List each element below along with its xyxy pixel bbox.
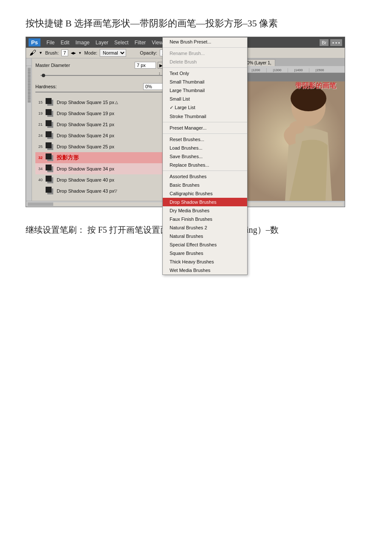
brush-item-15[interactable]: 15 Drop Shadow Square 15 px △ (35, 97, 164, 108)
dropdown-save[interactable]: Save Brushes... (163, 152, 247, 161)
brush-tool-icon[interactable]: 🖌 (29, 49, 36, 57)
diameter-slider-line (40, 75, 163, 76)
dropdown-large-thumb[interactable]: Large Thumbnail (163, 86, 247, 95)
dropdown-assorted[interactable]: Assorted Brushes (163, 172, 247, 181)
brush-name-24: Drop Shadow Square 24 px (57, 133, 114, 138)
brush-name-19: Drop Shadow Square 19 px (57, 111, 114, 116)
size-21: 21 (37, 122, 44, 127)
brush-item-40[interactable]: 40 Drop Shadow Square 40 px (35, 174, 164, 185)
size-25: 25 (37, 145, 44, 149)
brush-item-25[interactable]: 25 Drop Shadow Square 25 px (35, 141, 164, 152)
brush-item-21[interactable]: 21 Drop Shadow Square 21 px (35, 119, 164, 130)
divider-2 (163, 67, 247, 68)
dropdown-square[interactable]: Square Brushes (163, 249, 247, 257)
brush-icon-43 (46, 187, 54, 195)
dropdown-basic[interactable]: Basic Brushes (163, 181, 247, 189)
canvas-label-cn: 带阴影的画笔 (295, 81, 336, 90)
hardness-slider-line (35, 92, 164, 92)
opacity-label: Opacity: (140, 50, 157, 55)
dropdown-calligraphic[interactable]: Calligraphic Brushes (163, 189, 247, 198)
brush-item-43[interactable]: Drop Shadow Square 43 px ▽ (35, 185, 164, 197)
ruler-1300: |1300 (266, 68, 288, 72)
mode-select[interactable]: Normal (100, 49, 126, 57)
dropdown-preset-manager[interactable]: Preset Manager... (163, 124, 247, 132)
dropdown-load[interactable]: Load Brushes... (163, 144, 247, 152)
dropdown-faux-finish[interactable]: Faux Finish Brushes (163, 215, 247, 223)
brush-icon-34 (46, 165, 54, 173)
divider-1 (163, 47, 247, 48)
mode-label: Mode: (84, 50, 98, 55)
brush-size-arrows[interactable]: ◀▶ (71, 51, 76, 55)
title-instruction: 按快捷键 B 选择画笔形状—带阴影的画笔—投影方形–35 像素 (26, 17, 366, 30)
hardness-value: 0% (143, 83, 164, 90)
ps-logo: Ps (29, 38, 40, 46)
dropdown-wet-media[interactable]: Wet Media Brushes (163, 266, 247, 275)
brush-item-24[interactable]: 24 Drop Shadow Square 24 px (35, 130, 164, 141)
brush-name-15: Drop Shadow Square 15 px (57, 100, 114, 105)
brush-icon-32 (46, 153, 54, 162)
dropdown-dry-media[interactable]: Dry Media Brushes (163, 206, 247, 215)
brush-name-21: Drop Shadow Square 21 px (57, 122, 114, 127)
vertical-ruler-strip: ||||||||||||||||||||||||||||||||||||||||… (26, 58, 32, 201)
diameter-slider-thumb[interactable] (42, 74, 45, 77)
size-19: 19 (37, 111, 44, 116)
ruler-1200: |1200 (245, 68, 266, 72)
window-controls[interactable]: ▪ ▪ ▪ (330, 39, 342, 46)
scrollbar-thumb (28, 202, 53, 206)
dropdown-thick-heavy[interactable]: Thick Heavy Brushes (163, 257, 247, 266)
dropdown-small-thumb[interactable]: Small Thumbnail (163, 78, 247, 86)
br-icon[interactable]: Br (320, 39, 329, 46)
brush-list: 15 Drop Shadow Square 15 px △ 19 Drop Sh… (35, 97, 164, 197)
ruler-v: ||||||||||||||||||||||||||||||||||||||||… (27, 68, 30, 103)
master-diameter-header: Master Diameter 7 px ▶ (35, 62, 164, 69)
ps-main-content: ||||||||||||||||||||||||||||||||||||||||… (26, 58, 345, 201)
dropdown-text-only[interactable]: Text Only (163, 69, 247, 78)
dropdown-delete[interactable]: Delete Brush (163, 58, 247, 66)
dropdown-new-brush[interactable]: New Brush Preset... (163, 38, 247, 46)
dropdown-stroke-thumb[interactable]: Stroke Thumbnail (163, 112, 247, 121)
dropdown-small-list[interactable]: Small List (163, 95, 247, 103)
dropdown-drop-shadow[interactable]: Drop Shadow Brushes (163, 198, 247, 206)
brush-item-32[interactable]: 32 投影方形 (35, 152, 164, 163)
menu-filter[interactable]: Filter (132, 39, 149, 46)
dropdown-special-effect[interactable]: Special Effect Brushes (163, 240, 247, 249)
dropdown-menu: New Brush Preset... Rename Brush... Dele… (162, 37, 248, 275)
master-diameter-value: 7 px (135, 62, 156, 69)
diameter-slider-area: ↕ (35, 71, 164, 80)
divider-5 (163, 171, 247, 171)
svg-point-3 (289, 121, 305, 134)
brush-icon-15 (46, 98, 54, 107)
dropdown-reset[interactable]: Reset Brushes... (163, 135, 247, 144)
brush-name-40: Drop Shadow Square 40 px (57, 177, 114, 182)
size-34: 34 (37, 167, 44, 171)
brush-item-19[interactable]: 19 Drop Shadow Square 19 px (35, 108, 164, 119)
dropdown-rename[interactable]: Rename Brush... (163, 49, 247, 58)
menu-layer[interactable]: Layer (93, 39, 111, 46)
brush-more-arrow[interactable]: ▼ (78, 51, 82, 55)
master-diameter-label: Master Diameter (35, 63, 70, 68)
hardness-row: Hardness: 0% (35, 83, 164, 90)
brush-dropdown-arrow[interactable]: ▼ (39, 51, 43, 55)
menu-file[interactable]: File (44, 39, 57, 46)
size-24: 24 (37, 133, 44, 138)
brush-size-display: 7 (61, 49, 68, 56)
scroll-down-43: ▽ (114, 189, 117, 193)
divider-3 (163, 122, 247, 122)
ruler-1500: |1500 (309, 68, 330, 72)
size-32: 32 (37, 156, 44, 160)
brush-icon-40 (46, 176, 54, 184)
brush-item-34[interactable]: 34 Drop Shadow Square 34 px (35, 163, 164, 174)
menu-select[interactable]: Select (112, 39, 131, 46)
photo-area (234, 81, 345, 201)
dropdown-natural2[interactable]: Natural Brushes 2 (163, 223, 247, 232)
dropdown-natural[interactable]: Natural Brushes (163, 232, 247, 240)
dropdown-replace[interactable]: Replace Brushes... (163, 161, 247, 169)
size-15: 15 (37, 100, 44, 104)
scroll-up-15: △ (115, 100, 118, 104)
brush-name-43: Drop Shadow Square 43 px (57, 188, 114, 194)
menu-image[interactable]: Image (73, 39, 92, 46)
menu-edit[interactable]: Edit (58, 39, 72, 46)
person-svg (234, 81, 345, 201)
dropdown-large-list[interactable]: Large List (163, 103, 247, 112)
page-container: 按快捷键 B 选择画笔形状—带阴影的画笔—投影方形–35 像素 Ps File … (0, 0, 392, 253)
